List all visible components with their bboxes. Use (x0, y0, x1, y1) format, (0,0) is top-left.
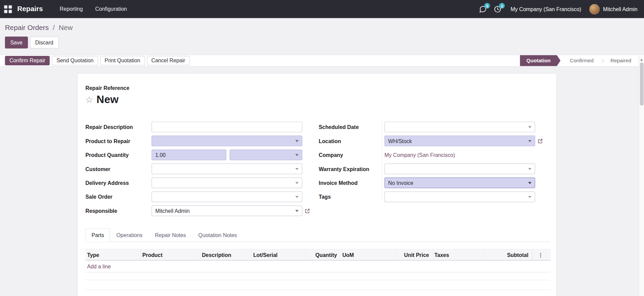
col-description[interactable]: Description (200, 249, 251, 260)
activities-badge: 2 (499, 3, 505, 9)
external-link-icon (305, 208, 310, 213)
save-button[interactable]: Save (5, 37, 28, 48)
title-line: ☆ New (86, 93, 550, 106)
company-label: Company (319, 152, 384, 158)
vertical-scrollbar[interactable] (639, 56, 644, 296)
field-location: Location WH/Stock (319, 136, 543, 146)
favorite-star-icon[interactable]: ☆ (86, 95, 93, 104)
product-quantity-input[interactable] (151, 150, 226, 160)
messages-button[interactable]: 5 (475, 0, 490, 18)
statusbar: Confirm Repair Send Quotation Print Quot… (0, 55, 644, 66)
repair-description-input[interactable] (151, 122, 302, 132)
delivery-address-label: Delivery Address (86, 180, 151, 186)
location-input[interactable]: WH/Stock (384, 136, 535, 146)
repair-reference-value: New (96, 93, 118, 106)
tags-input[interactable] (384, 192, 535, 202)
form-view-container: Repair Reference ☆ New Repair Descriptio… (0, 73, 644, 296)
col-unit-price[interactable]: Unit Price (396, 249, 432, 260)
optional-columns-button[interactable]: ⋮ (532, 249, 551, 260)
col-lot-serial[interactable]: Lot/Serial (251, 249, 305, 260)
company-switcher[interactable]: My Company (San Francisco) (511, 6, 581, 12)
col-type[interactable]: Type (86, 249, 140, 260)
chevron-down-icon (528, 140, 532, 142)
apps-menu-button[interactable] (0, 0, 15, 18)
stage-confirmed[interactable]: Confirmed (564, 55, 600, 66)
chevron-right-icon (600, 59, 604, 63)
user-avatar (589, 4, 600, 14)
product-to-repair-input[interactable] (151, 136, 302, 146)
scheduled-date-input[interactable] (384, 122, 535, 132)
chevron-down-icon (295, 182, 299, 184)
customer-input[interactable] (151, 164, 302, 174)
stage-repaired[interactable]: Repaired (604, 55, 637, 66)
invoice-method-value: No Invoice (388, 180, 413, 186)
location-open-record-button[interactable] (538, 138, 543, 144)
tab-quotation-notes[interactable]: Quotation Notes (192, 228, 243, 242)
form-group-right: Scheduled Date Location WH/Stock (319, 122, 543, 216)
breadcrumb-parent[interactable]: Repair Orders (5, 24, 49, 32)
responsible-input[interactable]: Mitchell Admin (151, 205, 302, 216)
scrollbar-thumb[interactable] (640, 62, 643, 105)
chevron-down-icon (528, 182, 532, 184)
stage-quotation[interactable]: Quotation (520, 55, 561, 66)
chevron-down-icon (528, 126, 532, 128)
form-grid: Repair Description Product to Repair (86, 122, 550, 216)
col-subtotal[interactable]: Subtotal (484, 249, 532, 260)
chevron-down-icon (295, 140, 299, 142)
responsible-open-record-button[interactable] (305, 208, 310, 213)
add-a-line-link[interactable]: Add a line (87, 263, 111, 269)
field-sale-order: Sale Order (86, 192, 310, 202)
field-tags: Tags (319, 192, 543, 202)
send-quotation-button[interactable]: Send Quotation (52, 56, 98, 65)
tab-parts[interactable]: Parts (86, 228, 110, 242)
field-repair-description: Repair Description (86, 122, 310, 132)
field-delivery-address: Delivery Address (86, 177, 310, 188)
menu-reporting[interactable]: Reporting (54, 0, 89, 18)
scroll-up-icon[interactable] (640, 59, 643, 61)
table-row: Add a line (86, 260, 551, 272)
delivery-address-input[interactable] (151, 177, 302, 188)
activities-button[interactable]: 2 (490, 0, 505, 18)
warranty-expiration-input[interactable] (384, 164, 535, 174)
parts-table-header-row: Type Product Description Lot/Serial Quan… (86, 249, 551, 260)
tab-operations[interactable]: Operations (110, 228, 148, 242)
field-responsible: Responsible Mitchell Admin (86, 205, 310, 216)
sale-order-input[interactable] (151, 192, 302, 202)
section-divider (86, 290, 551, 290)
tab-repair-notes[interactable]: Repair Notes (149, 228, 192, 242)
location-value: WH/Stock (388, 138, 412, 144)
scheduled-date-label: Scheduled Date (319, 124, 384, 130)
app-title[interactable]: Repairs (17, 5, 43, 13)
location-label: Location (319, 138, 384, 144)
cancel-repair-button[interactable]: Cancel Repair (147, 56, 190, 65)
repair-reference-label: Repair Reference (86, 85, 550, 91)
top-navbar: Repairs Reporting Configuration 5 2 My C… (0, 0, 644, 18)
user-name: Mitchell Admin (603, 6, 637, 12)
chevron-down-icon (295, 196, 299, 198)
col-quantity[interactable]: Quantity (305, 249, 340, 260)
product-uom-input[interactable] (230, 150, 302, 160)
status-pipeline: Quotation Confirmed Repaired (520, 55, 637, 66)
tags-label: Tags (319, 194, 384, 200)
confirm-repair-button[interactable]: Confirm Repair (5, 56, 50, 65)
invoice-method-select[interactable]: No Invoice (384, 177, 535, 188)
col-uom[interactable]: UoM (340, 249, 396, 260)
kebab-icon: ⋮ (538, 252, 543, 258)
field-product-quantity: Product Quantity (86, 150, 310, 160)
col-taxes[interactable]: Taxes (433, 249, 484, 260)
company-link[interactable]: My Company (San Francisco) (384, 152, 455, 158)
external-link-icon (538, 138, 543, 144)
print-quotation-button[interactable]: Print Quotation (100, 56, 145, 65)
field-company: Company My Company (San Francisco) (319, 150, 543, 160)
col-product[interactable]: Product (140, 249, 200, 260)
responsible-label: Responsible (86, 208, 151, 214)
form-sheet: Repair Reference ☆ New Repair Descriptio… (77, 73, 557, 296)
breadcrumb: Repair Orders / New (0, 18, 644, 32)
chevron-down-icon (528, 168, 532, 170)
breadcrumb-separator: / (53, 24, 55, 32)
chevron-down-icon (528, 196, 532, 198)
user-menu[interactable]: Mitchell Admin (589, 4, 638, 14)
menu-configuration[interactable]: Configuration (89, 0, 133, 18)
discard-button[interactable]: Discard (30, 37, 59, 48)
field-scheduled-date: Scheduled Date (319, 122, 543, 132)
